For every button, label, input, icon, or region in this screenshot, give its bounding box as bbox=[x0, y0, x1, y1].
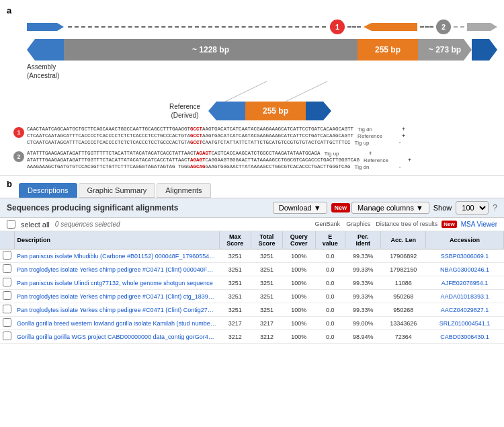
row-per-ident: 99.33% bbox=[345, 249, 380, 263]
col-genbank: GenBank bbox=[314, 221, 341, 228]
manage-chevron-icon: ▼ bbox=[416, 204, 423, 212]
seq-text-1-3: CTCAATCAATAGCATTTCACCCCTCACCCCTCTCTCACCC… bbox=[27, 140, 351, 145]
th-accession: Accession bbox=[426, 231, 504, 249]
section-b: b Descriptions Graphic Summary Alignment… bbox=[0, 176, 504, 344]
row-query-cover: 100% bbox=[283, 303, 316, 317]
th-per-ident: Per.Ident bbox=[345, 231, 380, 249]
row-acc-len: 11086 bbox=[381, 276, 426, 290]
dotted-line-4 bbox=[454, 26, 464, 28]
row-accession[interactable]: NBAG03000246.1 bbox=[426, 263, 504, 276]
download-chevron-icon: ▼ bbox=[314, 204, 321, 212]
row-per-ident: 99.33% bbox=[345, 303, 380, 317]
help-icon[interactable]: ? bbox=[493, 203, 497, 212]
msa-viewer-label[interactable]: MSA Viewer bbox=[461, 221, 497, 228]
row-accession[interactable]: AACZ04029827.1 bbox=[426, 303, 504, 317]
table-row: Pan troglodytes isolate Yerkes chimp ped… bbox=[0, 263, 504, 276]
row-desc[interactable]: Pan paniscus isolate Mhudiblu (Carbone #… bbox=[14, 249, 219, 263]
row-query-cover: 100% bbox=[283, 330, 316, 344]
row-desc[interactable]: Pan troglodytes isolate Yerkes chimp ped… bbox=[14, 290, 219, 303]
seq-label-2-1: Tig up bbox=[325, 151, 365, 157]
seq-line-1-3: CTCAATCAATAGCATTTCACCCCTCACCCCTCTCTCACCC… bbox=[27, 139, 497, 146]
row-desc[interactable]: Pan troglodytes isolate Yerkes chimp ped… bbox=[14, 263, 219, 276]
row-desc[interactable]: Gorilla gorilla breed western lowland go… bbox=[14, 317, 219, 330]
row-total-score: 3251 bbox=[251, 263, 282, 276]
row-total-score: 3212 bbox=[251, 330, 282, 344]
seq-text-1-1: CAACTAATCAGCAATGCTGCTTCAGCAAACTGGCCAATTG… bbox=[27, 126, 353, 132]
table-row: Pan troglodytes isolate Yerkes chimp ped… bbox=[0, 303, 504, 317]
seq-text-1-2: CTCAATCAATAGCATTTCACCCCTCACCCCTCTCTCACCC… bbox=[27, 133, 353, 139]
seq-sign-1-2: + bbox=[402, 132, 405, 139]
row-desc[interactable]: Gorilla gorilla gorilla WGS project CABD… bbox=[14, 330, 219, 344]
row-total-score: 3251 bbox=[251, 276, 282, 290]
dotted-line-3 bbox=[420, 26, 433, 28]
table-row: Gorilla gorilla gorilla WGS project CABD… bbox=[0, 330, 504, 344]
assembly-orange-bar: 255 bp bbox=[358, 39, 418, 61]
msa-new-badge: New bbox=[442, 221, 456, 228]
tabs-row: Descriptions Graphic Summary Alignments bbox=[16, 183, 504, 198]
row-accession[interactable]: AJFE02076954.1 bbox=[426, 276, 504, 290]
show-select[interactable]: 100 50 20 bbox=[456, 201, 489, 215]
select-all-checkbox[interactable] bbox=[7, 220, 15, 229]
table-row: Pan paniscus isolate Ulindi cntg77132, w… bbox=[0, 276, 504, 290]
seq-line-2-1: ATATTTGAAGAGATAGATTTGGTTTTTCTACATTATACAT… bbox=[27, 150, 497, 157]
svg-line-5 bbox=[225, 81, 267, 102]
seq-label-2-3: Tig dn bbox=[355, 164, 395, 170]
tab-alignments[interactable]: Alignments bbox=[157, 183, 210, 198]
row-checkbox[interactable] bbox=[0, 303, 14, 317]
download-button[interactable]: Download ▼ bbox=[273, 202, 327, 214]
row-checkbox[interactable] bbox=[0, 276, 14, 290]
row-max-score: 3217 bbox=[219, 317, 251, 330]
seq-sign-2-2: + bbox=[408, 157, 411, 163]
row-e-value: 0.0 bbox=[315, 249, 345, 263]
row-total-score: 3217 bbox=[251, 317, 282, 330]
row-query-cover: 100% bbox=[283, 317, 316, 330]
manage-columns-button[interactable]: Manage columns ▼ bbox=[351, 202, 429, 214]
tab-descriptions[interactable]: Descriptions bbox=[19, 183, 77, 198]
row-max-score: 3212 bbox=[219, 330, 251, 344]
seq-sign-1-1: + bbox=[402, 126, 405, 132]
th-query-cover: QueryCover bbox=[283, 231, 316, 249]
row-desc[interactable]: Pan paniscus isolate Ulindi cntg77132, w… bbox=[14, 276, 219, 290]
seq-label-1-2: Reference bbox=[358, 133, 398, 139]
row-accession[interactable]: CABD03006430.1 bbox=[426, 330, 504, 344]
tab-graphic-summary[interactable]: Graphic Summary bbox=[79, 183, 156, 198]
svg-marker-4 bbox=[472, 39, 497, 61]
row-acc-len: 950268 bbox=[381, 303, 426, 317]
row-accession[interactable]: SSBP03006069.1 bbox=[426, 249, 504, 263]
th-acc-len: Acc. Len bbox=[381, 231, 426, 249]
results-title: Sequences producing significant alignmen… bbox=[7, 203, 178, 212]
table-row: Pan paniscus isolate Mhudiblu (Carbone #… bbox=[0, 249, 504, 263]
badge-2: 2 bbox=[436, 20, 451, 34]
results-table: Description MaxScore TotalScore QueryCov… bbox=[0, 231, 504, 344]
sequence-area: 1 CAACTAATCAGCAATGCTGCTTCAGCAAACTGGCCAAT… bbox=[13, 126, 497, 170]
seq-lines-2: ATATTTGAAGAGATAGATTTGGTTTTTCTACATTATACAT… bbox=[27, 150, 497, 170]
row-acc-len: 950268 bbox=[381, 290, 426, 303]
row-checkbox[interactable] bbox=[0, 249, 14, 263]
seq-label-1-1: Tig dn bbox=[358, 126, 398, 132]
reference-label: Reference(Derived) bbox=[161, 102, 208, 120]
column-labels-right: GenBank Graphics Distance tree of result… bbox=[314, 221, 497, 228]
row-desc[interactable]: Pan troglodytes isolate Yerkes chimp ped… bbox=[14, 303, 219, 317]
row-checkbox[interactable] bbox=[0, 317, 14, 330]
assembly-blue-right-icon bbox=[472, 39, 497, 61]
row-checkbox[interactable] bbox=[0, 290, 14, 303]
show-label: Show bbox=[433, 204, 452, 212]
svg-line-6 bbox=[286, 81, 327, 102]
row-per-ident: 99.33% bbox=[345, 276, 380, 290]
row-query-cover: 100% bbox=[283, 263, 316, 276]
row-checkbox[interactable] bbox=[0, 330, 14, 344]
svg-marker-2 bbox=[467, 23, 497, 31]
row-e-value: 0.0 bbox=[315, 303, 345, 317]
select-all-label[interactable]: select all bbox=[21, 221, 50, 229]
results-actions: Download ▼ New Manage columns ▼ Show 100… bbox=[273, 201, 497, 215]
row-query-cover: 100% bbox=[283, 290, 316, 303]
seq-text-2-3: AAAGAAAGCTGATGTGTCCACGGTTCTGTTCTTTCAGGGT… bbox=[27, 164, 351, 169]
row-e-value: 0.0 bbox=[315, 276, 345, 290]
row-total-score: 3251 bbox=[251, 249, 282, 263]
row-e-value: 0.0 bbox=[315, 290, 345, 303]
assembly-bar-row: ~ 1228 bp 255 bp ~ 273 bp bbox=[27, 39, 497, 61]
row-accession[interactable]: SRLZ010004541.1 bbox=[426, 317, 504, 330]
row-accession[interactable]: AADA01018393.1 bbox=[426, 290, 504, 303]
row-total-score: 3251 bbox=[251, 290, 282, 303]
row-checkbox[interactable] bbox=[0, 263, 14, 276]
